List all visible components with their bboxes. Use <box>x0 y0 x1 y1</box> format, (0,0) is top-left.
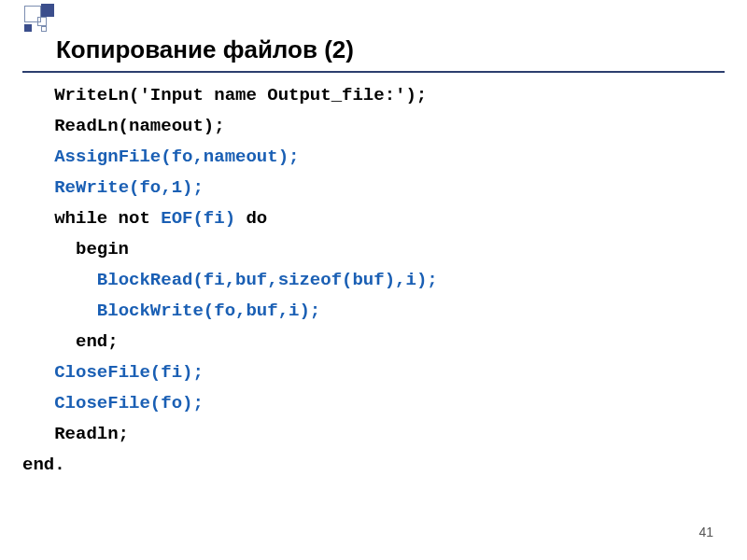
code-line-5a: while not <box>22 208 161 229</box>
code-line-4a <box>22 177 54 198</box>
code-line-7b: BlockRead(fi,buf,sizeof(buf),i); <box>97 270 438 290</box>
code-line-5b: EOF(fi) <box>161 208 235 229</box>
code-line-4b: ReWrite(fo,1); <box>54 177 204 198</box>
code-line-12: Readln; <box>22 424 129 444</box>
code-line-8b: BlockWrite(fo,buf,i); <box>97 301 320 321</box>
code-line-10a <box>22 362 54 383</box>
slide-title: Копирование файлов (2) <box>56 35 354 64</box>
code-line-9: end; <box>22 331 119 352</box>
code-line-7a <box>22 270 97 290</box>
code-line-1: WriteLn('Input name Output_file:'); <box>22 85 427 105</box>
code-line-13: end. <box>22 455 65 475</box>
code-line-3a <box>22 147 54 167</box>
code-line-11b: CloseFile(fo); <box>54 393 204 413</box>
code-line-6: begin <box>22 239 129 259</box>
code-line-11a <box>22 393 54 413</box>
code-line-2: ReadLn(nameout); <box>22 116 225 136</box>
code-line-8a <box>22 301 97 321</box>
page-number: 41 <box>698 525 713 539</box>
code-block: WriteLn('Input name Output_file:'); Read… <box>22 80 438 481</box>
code-line-10b: CloseFile(fi); <box>54 362 204 383</box>
code-line-3b: AssignFile(fo,nameout); <box>54 147 299 167</box>
code-line-5c: do <box>235 208 267 229</box>
title-underline <box>22 71 725 73</box>
